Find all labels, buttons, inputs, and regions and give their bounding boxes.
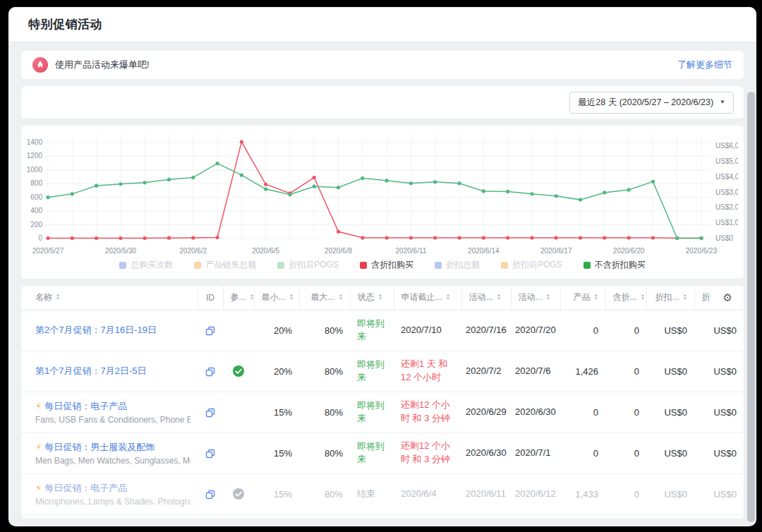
flame-icon xyxy=(32,57,48,73)
vertical-scrollbar[interactable] xyxy=(747,92,755,522)
promotion-link[interactable]: 第1个7月促销：7月2日-5日 xyxy=(35,365,146,377)
promotions-chart: 0200400600800100012001400US$0US$1,000US$… xyxy=(27,131,738,258)
check-circle-icon xyxy=(232,365,245,377)
promotion-link[interactable]: 每日促销：男士服装及配饰 xyxy=(44,441,155,454)
column-header-max[interactable]: 最大...▲▼ xyxy=(299,286,350,310)
cell-pre-discount: US$0 xyxy=(694,310,744,351)
column-header-status[interactable]: 状态▲▼ xyxy=(350,286,394,310)
date-range-dropdown[interactable]: 最近28 天 (2020/5/27 – 2020/6/23) ▼ xyxy=(569,92,734,114)
promotions-table-card: ⚙ 名称▲▼ID参...▲▼最小...▲▼最大...▲▼状态▲▼申请截止...▲… xyxy=(21,286,744,519)
banner-text: 使用产品活动来爆单吧! xyxy=(55,59,150,71)
legend-item[interactable]: 含折扣购买 xyxy=(360,259,413,271)
sort-icon: ▲▼ xyxy=(497,294,501,301)
cell-products: 0 xyxy=(560,433,605,473)
promotion-subtitle: Microphones, Lamps & Shades, Photograph.… xyxy=(35,497,190,507)
cell-name: ⚡每日促销：电子产品Fans, USB Fans & Conditioners,… xyxy=(21,392,198,433)
legend-label: 折扣前POGS xyxy=(512,259,562,271)
svg-text:200: 200 xyxy=(30,221,42,229)
promotion-link[interactable]: 每日促销：电子产品 xyxy=(44,400,127,413)
cell-deadline: 还剩12 个小时 和 3 分钟 xyxy=(394,392,461,433)
sort-icon: ▲▼ xyxy=(641,294,645,301)
cell-with-discount: 0 xyxy=(605,473,646,514)
copy-icon[interactable] xyxy=(205,408,215,418)
column-header-end[interactable]: 活动...▲▼ xyxy=(511,286,560,310)
status-badge: 即将到来 xyxy=(357,400,385,423)
cell-max: 80% xyxy=(299,433,350,473)
legend-label: 折扣后POGS xyxy=(289,259,339,271)
legend-item[interactable]: 折扣前POGS xyxy=(501,259,562,271)
legend-label: 含折扣购买 xyxy=(371,259,413,271)
right-axis-labels: US$0US$1,000US$2,000US$3,000US$4,000US$5… xyxy=(715,142,738,242)
cell-min: 15% xyxy=(254,392,299,433)
svg-text:US$2,000: US$2,000 xyxy=(715,203,738,211)
legend-swatch-icon xyxy=(435,262,442,269)
column-header-discount[interactable]: 折扣...▲▼ xyxy=(646,286,694,310)
table-row: ⚡每日促销：电子产品Microphones, Lamps & Shades, P… xyxy=(21,473,744,514)
legend-item[interactable]: 不含折扣购买 xyxy=(583,259,646,271)
sort-icon: ▲▼ xyxy=(594,294,598,301)
svg-text:2020/6/23: 2020/6/23 xyxy=(686,247,718,255)
sort-icon: ▲▼ xyxy=(546,294,550,301)
table-row: ⚡每日促销：电子产品Fans, USB Fans & Conditioners,… xyxy=(21,392,744,433)
column-header-label: 状态 xyxy=(358,292,375,302)
cell-deadline: 还剩12 个小时 和 3 分钟 xyxy=(394,433,461,473)
column-header-label: 活动... xyxy=(519,292,543,302)
gear-icon[interactable]: ⚙ xyxy=(718,291,734,304)
copy-icon[interactable] xyxy=(205,367,215,377)
svg-text:1000: 1000 xyxy=(27,166,42,174)
svg-text:US$6,000: US$6,000 xyxy=(715,142,738,150)
promotion-link[interactable]: 每日促销：电子产品 xyxy=(44,482,127,495)
cell-discount: US$0 xyxy=(646,351,694,392)
cell-discount: US$0 xyxy=(646,392,694,433)
legend-item[interactable]: 折扣总额 xyxy=(435,259,480,271)
column-header-label: 最小... xyxy=(262,292,286,302)
status-badge: 即将到来 xyxy=(357,318,385,341)
legend-swatch-icon xyxy=(194,262,201,269)
column-header-with_discount[interactable]: 含折...▲▼ xyxy=(605,286,646,310)
legend-item[interactable]: 产品销售总额 xyxy=(194,259,256,271)
column-header-label: 最大... xyxy=(311,292,335,302)
learn-more-link[interactable]: 了解更多细节 xyxy=(677,59,732,71)
sort-icon: ▲▼ xyxy=(56,294,60,301)
column-header-label: 活动... xyxy=(469,292,493,302)
column-header-name[interactable]: 名称▲▼ xyxy=(21,286,198,310)
column-header-joined[interactable]: 参...▲▼ xyxy=(223,286,254,310)
cell-discount: US$0 xyxy=(646,473,694,514)
cell-deadline: 还剩1 天 和 12 个小时 xyxy=(394,351,461,392)
legend-label: 产品销售总额 xyxy=(205,259,256,271)
column-header-products[interactable]: 产品▲▼ xyxy=(560,286,605,310)
svg-text:2020/5/30: 2020/5/30 xyxy=(105,247,137,255)
column-header-start[interactable]: 活动...▲▼ xyxy=(461,286,511,310)
cell-with-discount: 0 xyxy=(605,310,646,351)
column-header-label: 参... xyxy=(231,292,246,302)
promotion-subtitle: Men Bags, Men Watches, Sunglasses, Men .… xyxy=(35,456,190,466)
promotion-link[interactable]: 第2个7月促销：7月16日-19日 xyxy=(35,324,157,337)
cell-name: ⚡每日促销：男士服装及配饰Men Bags, Men Watches, Sung… xyxy=(21,433,198,473)
cell-id xyxy=(198,310,223,351)
cell-joined xyxy=(223,473,254,514)
copy-icon[interactable] xyxy=(205,326,215,336)
column-header-min[interactable]: 最小...▲▼ xyxy=(254,286,299,310)
cell-status: 即将到来 xyxy=(350,392,394,433)
cell-pre-discount: US$0 xyxy=(694,351,744,392)
promo-banner: 使用产品活动来爆单吧! 了解更多细节 xyxy=(21,51,744,79)
svg-text:US$3,000: US$3,000 xyxy=(715,188,738,196)
column-header-label: 产品 xyxy=(574,292,591,302)
table-row: ⚡每日促销：男士服装及配饰Men Bags, Men Watches, Sung… xyxy=(21,433,744,473)
copy-icon[interactable] xyxy=(205,490,215,500)
column-header-deadline[interactable]: 申请截止...▲▼ xyxy=(394,286,461,310)
legend-item[interactable]: 总购买次数 xyxy=(119,259,173,271)
legend-swatch-icon xyxy=(583,262,591,269)
page-title: 特别促销活动 xyxy=(28,16,102,32)
lightning-icon: ⚡ xyxy=(35,483,42,493)
column-header-label: 申请截止... xyxy=(401,292,442,302)
column-header-label: 折 xyxy=(702,292,710,302)
svg-text:1400: 1400 xyxy=(27,138,42,146)
svg-text:US$5,000: US$5,000 xyxy=(715,157,738,165)
cell-start: 2020/6/29 xyxy=(461,392,511,433)
cell-max: 80% xyxy=(299,473,350,514)
copy-icon[interactable] xyxy=(205,449,215,459)
caret-down-icon: ▼ xyxy=(720,99,725,105)
legend-item[interactable]: 折扣后POGS xyxy=(277,259,339,271)
svg-text:2020/6/5: 2020/6/5 xyxy=(252,247,279,255)
